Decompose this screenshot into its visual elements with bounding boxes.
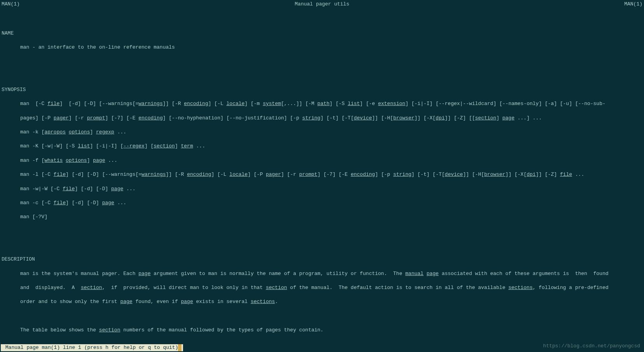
pager-status-bar[interactable]: Manual page man(1) line 1 (press h for h… — [1, 344, 183, 351]
desc-p2: and displayed. A section, if provided, w… — [2, 284, 642, 291]
section-name-heading: NAME — [2, 30, 642, 37]
synopsis-line-7: man -w|-W [-C file] [-d] [-D] page ... — [2, 186, 642, 193]
section-description-heading: DESCRIPTION — [2, 256, 642, 263]
section-synopsis-heading: SYNOPSIS — [2, 86, 642, 93]
synopsis-line-6: man -l [-C file] [-d] [-D] [--warnings[=… — [2, 171, 642, 178]
name-body: man - an interface to the on-line refere… — [2, 44, 642, 51]
manpage-header: MAN(1) Manual pager utils MAN(1) — [0, 0, 644, 9]
desc-p1: man is the system's manual pager. Each p… — [2, 270, 642, 277]
synopsis-line-1: man [-C file] [-d] [-D] [--warnings[=war… — [2, 100, 642, 107]
desc-p3: order and to show only the first page fo… — [2, 298, 642, 305]
header-left: MAN(1) — [2, 1, 20, 8]
watermark: https://blog.csdn.net/panyongcsd — [543, 343, 640, 350]
synopsis-line-4: man -K [-w|-W] [-S list] [-i|-I] [--rege… — [2, 143, 642, 150]
manpage-content[interactable]: NAME man - an interface to the on-line r… — [0, 16, 644, 352]
synopsis-line-3: man -k [apropos options] regexp ... — [2, 129, 642, 136]
synopsis-line-2: pages] [-P pager] [-r prompt] [-7] [-E e… — [2, 115, 642, 122]
header-center: Manual pager utils — [20, 1, 624, 8]
header-right: MAN(1) — [624, 1, 642, 8]
desc-p4: The table below shows the section number… — [2, 327, 642, 334]
synopsis-line-5: man -f [whatis options] page ... — [2, 157, 642, 164]
synopsis-line-9: man [-?V] — [2, 214, 642, 221]
synopsis-line-8: man -c [-C file] [-d] [-D] page ... — [2, 200, 642, 207]
